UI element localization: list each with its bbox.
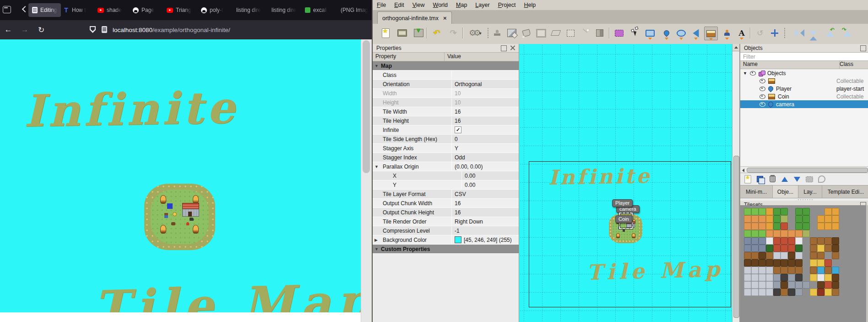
property-row[interactable]: X0.00: [373, 171, 519, 180]
eye-icon[interactable]: [760, 102, 765, 107]
eraser-button[interactable]: [549, 27, 562, 39]
coin-object-label[interactable]: Coin: [615, 215, 632, 223]
page-info-icon[interactable]: [102, 26, 107, 33]
game-canvas[interactable]: Infinite: [0, 39, 361, 312]
browser-tab-triang[interactable]: Triang: [167, 3, 195, 17]
toolbar-handle[interactable]: [487, 27, 489, 38]
menu-world[interactable]: World: [429, 2, 452, 8]
property-row[interactable]: Y0.00: [373, 180, 519, 190]
menu-view[interactable]: View: [408, 2, 429, 8]
redo-button[interactable]: ↷: [447, 27, 460, 39]
menu-file[interactable]: File: [373, 2, 390, 8]
eye-icon[interactable]: [760, 94, 765, 99]
browser-tab-listing-2[interactable]: listing dire: [271, 3, 298, 17]
object-row-unnamed[interactable]: Collectable: [740, 77, 868, 85]
tab-objects[interactable]: Obje...: [773, 186, 798, 198]
object-row-player[interactable]: Player player-start: [740, 85, 868, 93]
raise-object-button[interactable]: [780, 175, 789, 184]
property-group-custom[interactable]: ▼Custom Properties: [373, 245, 519, 254]
browser-tab-shade[interactable]: shade: [98, 3, 125, 17]
tileset-view[interactable]: [740, 205, 868, 322]
property-row[interactable]: Class: [373, 71, 519, 80]
tab-layers[interactable]: Lay...: [798, 186, 822, 198]
flip-vertical-button[interactable]: [807, 27, 819, 39]
property-row-infinite[interactable]: Infinite✓: [373, 126, 519, 135]
duplicate-object-button[interactable]: [755, 175, 765, 184]
objects-filter-input[interactable]: Filter: [740, 53, 868, 61]
property-row-background-color[interactable]: ▶Background Color[45, 246, 249] (255): [373, 235, 519, 245]
undo-button[interactable]: ↶: [430, 27, 443, 39]
browser-tab-listing-1[interactable]: listing dire: [236, 3, 263, 17]
expander-icon[interactable]: ▼: [374, 164, 379, 169]
property-group-map[interactable]: ▼Map: [373, 61, 519, 71]
save-button[interactable]: [412, 27, 425, 39]
browser-tab-page[interactable]: Page: [133, 3, 158, 17]
url-bar[interactable]: localhost:8080/example/orthogonal-infini…: [113, 20, 230, 39]
add-object-button[interactable]: [743, 175, 752, 184]
object-row-camera[interactable]: camera: [740, 100, 868, 108]
magic-wand-button[interactable]: [579, 27, 591, 39]
object-properties-button[interactable]: [817, 175, 826, 184]
color-swatch[interactable]: [455, 236, 461, 243]
browser-tab-editing[interactable]: Editing: [28, 3, 61, 17]
browser-scrollbar[interactable]: [361, 39, 372, 322]
highlight-object-button[interactable]: [805, 175, 814, 184]
close-icon[interactable]: ×: [443, 15, 447, 22]
property-row-parallax[interactable]: ▼Parallax Origin(0.00, 0.00): [373, 162, 519, 171]
rotate-disabled-button[interactable]: ↺: [754, 27, 766, 39]
stamp-brush-button[interactable]: [491, 27, 504, 39]
map-view[interactable]: Infinite Player camera Coin Tile Map: [519, 44, 739, 322]
property-row[interactable]: Tile Render OrderRight Down: [373, 217, 519, 226]
new-file-button[interactable]: [379, 27, 392, 39]
eye-icon[interactable]: [750, 71, 756, 76]
property-row[interactable]: Tile Layer FormatCSV: [373, 190, 519, 199]
property-row[interactable]: Compression Level-1: [373, 226, 519, 235]
property-row[interactable]: Output Chunk Height16: [373, 208, 519, 217]
expander-icon[interactable]: ▼: [374, 247, 379, 251]
tileset-scrollbar[interactable]: [866, 205, 868, 322]
close-icon[interactable]: [510, 45, 515, 50]
eye-icon[interactable]: [760, 87, 765, 91]
flip-horizontal-button[interactable]: [790, 27, 803, 39]
menu-edit[interactable]: Edit: [390, 2, 408, 8]
select-objects-purple-button[interactable]: [613, 27, 625, 39]
commands-button[interactable]: ⚙⚙▾: [466, 27, 484, 39]
property-row[interactable]: Stagger IndexOdd: [373, 153, 519, 162]
property-row[interactable]: Output Chunk Width16: [373, 199, 519, 208]
insert-rectangle-button[interactable]: [644, 27, 656, 39]
back-icon[interactable]: ←: [4, 20, 13, 39]
bucket-fill-button[interactable]: [520, 27, 533, 39]
insert-tile-button[interactable]: [704, 27, 718, 40]
browser-tab-poly[interactable]: poly-t: [201, 3, 229, 17]
pan-tool-button[interactable]: [768, 27, 781, 39]
insert-template-button[interactable]: [721, 27, 733, 39]
reload-icon[interactable]: ↻: [37, 20, 46, 39]
object-row-group[interactable]: ▼Objects: [740, 69, 868, 77]
tab-minimap[interactable]: Mini-m...: [740, 186, 773, 198]
float-icon[interactable]: [501, 45, 507, 51]
menu-map[interactable]: Map: [452, 2, 471, 8]
scrollbar-thumb[interactable]: [363, 40, 370, 173]
open-file-button[interactable]: [396, 27, 408, 39]
menu-layer[interactable]: Layer: [471, 2, 494, 8]
menu-project[interactable]: Project: [494, 2, 520, 8]
same-tile-select-button[interactable]: [593, 27, 606, 39]
firefox-view-icon[interactable]: [3, 6, 11, 13]
scrollbar-thumb[interactable]: [747, 168, 868, 173]
infinite-checkbox[interactable]: ✓: [455, 126, 461, 133]
expander-icon[interactable]: ▶: [374, 238, 378, 242]
forward-icon[interactable]: →: [20, 20, 29, 39]
scroll-up-icon[interactable]: [732, 44, 739, 51]
browser-tab-png[interactable]: (PNG Imag: [341, 3, 370, 17]
float-icon[interactable]: [860, 45, 866, 51]
eye-icon[interactable]: [760, 79, 765, 83]
expander-icon[interactable]: ▼: [743, 71, 747, 76]
document-tab[interactable]: orthogonal-infinite.tmx ×: [377, 11, 452, 24]
terrain-brush-button[interactable]: [505, 27, 518, 39]
property-row[interactable]: Tile Height16: [373, 116, 519, 126]
tileset-image[interactable]: [744, 208, 839, 296]
insert-point-button[interactable]: [660, 27, 673, 39]
edit-polygons-button[interactable]: [629, 27, 642, 39]
player-object-label[interactable]: Player: [612, 199, 633, 207]
rect-select-button[interactable]: [564, 27, 577, 39]
